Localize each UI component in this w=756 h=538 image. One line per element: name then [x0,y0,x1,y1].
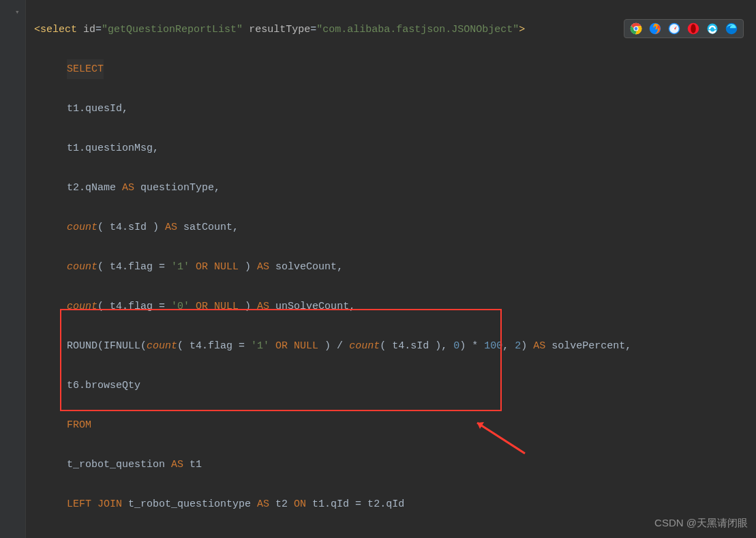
code-line: count( t4.flag = '1' OR NULL ) AS solveC… [34,257,756,277]
code-line: LEFT JOIN t_robot_questiontype AS t2 ON … [34,494,756,514]
safari-icon[interactable] [668,23,680,35]
code-line: t1.questionMsg, [34,138,756,158]
editor-gutter: ▾ [0,0,26,538]
opera-icon[interactable] [687,23,699,35]
code-editor[interactable]: <select id="getQuestionReportList" resul… [26,0,756,538]
browser-preview-toolbar [624,19,744,38]
code-line: SELECT [34,59,756,79]
firefox-icon[interactable] [649,23,661,35]
fold-marker-icon[interactable]: ▾ [15,3,23,11]
code-line: t1.quesId, [34,99,756,119]
code-line: FROM [34,415,756,435]
ie-icon[interactable] [706,23,719,35]
edge-icon[interactable] [725,23,738,35]
code-line: count( t4.sId ) AS satCount, [34,218,756,237]
svg-point-7 [691,24,696,33]
chrome-icon[interactable] [630,23,642,35]
code-line: t6.browseQty [34,376,756,395]
code-line: t_robot_question AS t1 [34,455,756,475]
code-line: count( t4.flag = '0' OR NULL ) AS unSolv… [34,297,756,316]
code-line: LEFT JOIN t_robot_messageReplay AS t3 ON… [34,534,756,538]
svg-point-2 [634,27,638,31]
code-line: ROUND(IFNULL(count( t4.flag = '1' OR NUL… [34,336,756,356]
code-line: t2.qName AS questionType, [34,178,756,198]
